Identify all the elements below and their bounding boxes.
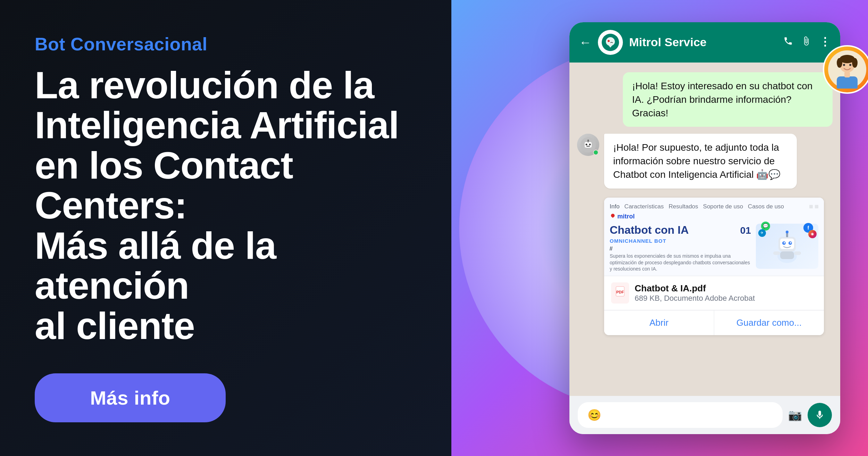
- open-button[interactable]: Abrir: [604, 310, 714, 335]
- contact-avatar: [598, 30, 623, 55]
- heading-line5: al cliente: [35, 304, 195, 347]
- pdf-card: Info Características Resultados Soporte …: [604, 198, 824, 335]
- whatsapp-header: ← Mitrol Service: [569, 22, 840, 63]
- list-icon: [815, 205, 818, 208]
- call-icon[interactable]: [783, 36, 793, 48]
- nav-results: Resultados: [669, 203, 698, 210]
- pdf-message-row: Info Características Resultados Soporte …: [604, 196, 824, 335]
- pdf-desc: Supera los exponenciales de sus mismos e…: [610, 253, 751, 273]
- pdf-text-content: Chatbot con IA 01 OMNICHANNEL BOT // Sup…: [610, 224, 751, 273]
- svg-point-15: [790, 242, 791, 243]
- svg-point-30: [849, 64, 851, 66]
- message-input[interactable]: 😊: [578, 402, 783, 428]
- svg-point-4: [586, 144, 587, 146]
- robot-illustration: [768, 226, 806, 265]
- svg-point-8: [587, 140, 589, 141]
- instagram-icon: ◉: [808, 230, 817, 238]
- pdf-title-row: Chatbot con IA 01: [610, 224, 751, 237]
- pdf-info-row: PDF Chatbot & IA.pdf 689 KB, Documento A…: [604, 276, 824, 310]
- heading-line3: en los Contact Centers:: [35, 144, 293, 227]
- nav-support: Soporte de uso: [703, 203, 743, 210]
- mitrol-small-logo: [610, 213, 616, 219]
- more-options-icon[interactable]: ⋮: [819, 36, 831, 48]
- nav-case: Casos de uso: [748, 203, 784, 210]
- nav-info: Info: [610, 203, 619, 210]
- back-icon[interactable]: ←: [579, 35, 592, 50]
- user-message: ¡Hola! Estoy interesado en su chatbot co…: [623, 72, 833, 127]
- main-heading: La revolución de la Inteligencia Artific…: [35, 65, 417, 346]
- svg-text:PDF: PDF: [616, 290, 624, 294]
- pdf-file-info: Chatbot & IA.pdf 689 KB, Documento Adobe…: [635, 283, 817, 303]
- chatbot-preview-image: f ◉ 💬 ✈: [756, 224, 818, 269]
- bot-avatar: [577, 134, 599, 156]
- right-panel: ← Mitrol Service: [451, 0, 868, 456]
- save-button[interactable]: Guardar como...: [714, 310, 824, 335]
- pdf-actions: Abrir Guardar como...: [604, 310, 824, 335]
- camera-icon[interactable]: 📷: [788, 408, 802, 422]
- bot-message: ¡Hola! Por supuesto, te adjunto toda la …: [604, 134, 797, 189]
- mic-button[interactable]: [808, 403, 832, 427]
- nav-features: Características: [624, 203, 663, 210]
- pdf-subtitle: OMNICHANNEL BOT: [610, 238, 751, 244]
- svg-rect-20: [794, 251, 801, 255]
- svg-rect-18: [780, 251, 794, 259]
- svg-rect-6: [586, 146, 590, 147]
- online-status-dot: [593, 150, 599, 155]
- svg-point-14: [784, 242, 785, 243]
- pdf-preview: Info Características Resultados Soporte …: [604, 198, 824, 276]
- pdf-content-row: Chatbot con IA 01 OMNICHANNEL BOT // Sup…: [610, 224, 818, 273]
- heading-line4: Más allá de la atención: [35, 224, 276, 307]
- grid-icon: [809, 205, 813, 208]
- mitrol-logo-icon: [602, 34, 619, 51]
- svg-point-28: [852, 58, 858, 68]
- bot-message-row: ¡Hola! Por supuesto, te adjunto toda la …: [577, 134, 797, 189]
- whatsapp-input-bar: 😊 📷: [569, 396, 840, 434]
- pdf-nav: Info Características Resultados Soporte …: [610, 203, 784, 210]
- mic-icon: [815, 410, 825, 420]
- header-icons: ⋮: [783, 36, 831, 48]
- pdf-nav-icons: [809, 205, 818, 208]
- heading-line2: Inteligencia Artificial: [35, 103, 399, 146]
- page-container: Bot Conversacional La revolución de la I…: [0, 0, 868, 456]
- pdf-filesize: 689 KB, Documento Adobe Acrobat: [635, 294, 817, 303]
- pdf-preview-title: Chatbot con IA: [610, 224, 689, 237]
- phone-mockup: ← Mitrol Service: [569, 22, 840, 434]
- svg-point-1: [608, 40, 610, 42]
- user-avatar: [823, 45, 868, 94]
- subtitle: Bot Conversacional: [35, 34, 417, 55]
- left-panel: Bot Conversacional La revolución de la I…: [0, 0, 451, 456]
- telegram-icon: ✈: [758, 229, 766, 237]
- svg-rect-31: [837, 76, 858, 89]
- pdf-filename: Chatbot & IA.pdf: [635, 283, 817, 294]
- emoji-icon[interactable]: 😊: [587, 408, 601, 422]
- person-avatar-svg: [828, 50, 866, 89]
- svg-point-5: [589, 144, 591, 146]
- pdf-logo: mitrol: [610, 213, 818, 220]
- pdf-icon-svg: PDF: [615, 285, 626, 298]
- attach-icon[interactable]: [801, 36, 811, 48]
- svg-rect-32: [844, 72, 850, 77]
- contact-name: Mitrol Service: [629, 35, 777, 49]
- svg-point-29: [843, 64, 845, 66]
- heading-line1: La revolución de la: [35, 64, 374, 106]
- pdf-preview-number: 01: [740, 225, 751, 236]
- chat-area: ¡Hola! Estoy interesado en su chatbot co…: [569, 63, 840, 396]
- mitrol-logo-text: mitrol: [617, 213, 635, 220]
- pdf-file-icon: PDF: [611, 282, 629, 304]
- svg-rect-19: [773, 251, 780, 255]
- more-info-button[interactable]: Más info: [35, 373, 226, 422]
- robot-image-container: f ◉ 💬 ✈: [768, 226, 806, 266]
- svg-point-17: [786, 231, 788, 233]
- svg-point-27: [837, 58, 842, 68]
- robot-avatar-icon: [581, 137, 596, 152]
- pdf-section-label: //: [610, 246, 751, 251]
